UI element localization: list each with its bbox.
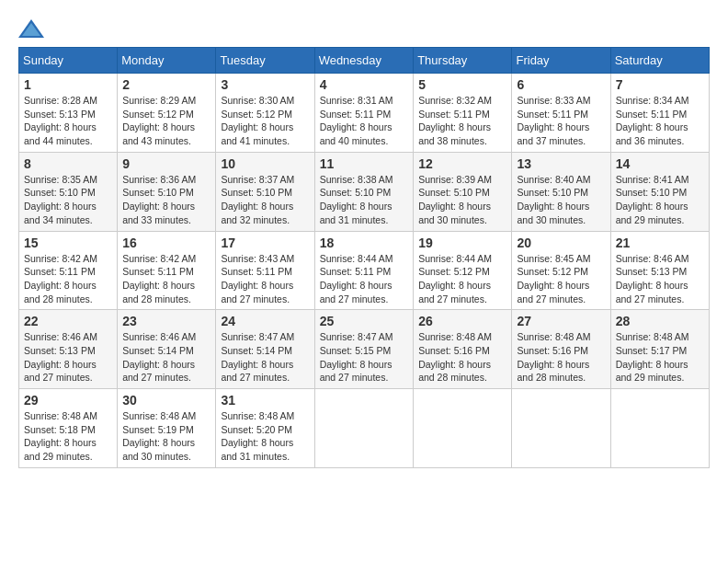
calendar-cell: 5Sunrise: 8:32 AM Sunset: 5:11 PM Daylig…: [414, 74, 512, 153]
calendar-cell: [414, 389, 512, 468]
day-number: 1: [24, 77, 112, 92]
day-info: Sunrise: 8:32 AM Sunset: 5:11 PM Dayligh…: [418, 94, 506, 148]
day-info: Sunrise: 8:33 AM Sunset: 5:11 PM Dayligh…: [517, 94, 605, 148]
calendar-cell: 30Sunrise: 8:48 AM Sunset: 5:19 PM Dayli…: [118, 389, 216, 468]
calendar-header-tuesday: Tuesday: [216, 48, 314, 74]
day-info: Sunrise: 8:31 AM Sunset: 5:11 PM Dayligh…: [320, 94, 409, 148]
day-info: Sunrise: 8:42 AM Sunset: 5:11 PM Dayligh…: [24, 252, 112, 306]
day-info: Sunrise: 8:44 AM Sunset: 5:11 PM Dayligh…: [320, 252, 409, 306]
day-number: 5: [418, 77, 506, 92]
calendar-cell: [512, 389, 610, 468]
calendar-cell: 14Sunrise: 8:41 AM Sunset: 5:10 PM Dayli…: [610, 152, 709, 231]
calendar-cell: 19Sunrise: 8:44 AM Sunset: 5:12 PM Dayli…: [414, 231, 512, 310]
calendar-week-row: 22Sunrise: 8:46 AM Sunset: 5:13 PM Dayli…: [19, 310, 710, 389]
calendar-cell: 16Sunrise: 8:42 AM Sunset: 5:11 PM Dayli…: [118, 231, 216, 310]
calendar-cell: 1Sunrise: 8:28 AM Sunset: 5:13 PM Daylig…: [19, 74, 118, 153]
day-info: Sunrise: 8:47 AM Sunset: 5:15 PM Dayligh…: [320, 330, 409, 385]
calendar-cell: 22Sunrise: 8:46 AM Sunset: 5:13 PM Dayli…: [19, 310, 118, 389]
day-info: Sunrise: 8:48 AM Sunset: 5:20 PM Dayligh…: [221, 409, 309, 464]
calendar-cell: 8Sunrise: 8:35 AM Sunset: 5:10 PM Daylig…: [19, 152, 118, 231]
day-info: Sunrise: 8:42 AM Sunset: 5:11 PM Dayligh…: [122, 252, 210, 306]
calendar-cell: 7Sunrise: 8:34 AM Sunset: 5:11 PM Daylig…: [610, 74, 709, 153]
day-number: 3: [221, 77, 309, 92]
page-header: [18, 18, 710, 38]
logo: [18, 18, 48, 38]
day-number: 15: [24, 236, 112, 250]
day-number: 30: [122, 393, 210, 408]
day-number: 10: [221, 156, 309, 171]
calendar-cell: 2Sunrise: 8:29 AM Sunset: 5:12 PM Daylig…: [118, 74, 216, 153]
calendar-cell: 4Sunrise: 8:31 AM Sunset: 5:11 PM Daylig…: [314, 74, 414, 153]
day-number: 28: [616, 314, 704, 328]
calendar-cell: 29Sunrise: 8:48 AM Sunset: 5:18 PM Dayli…: [19, 389, 118, 468]
calendar-cell: 20Sunrise: 8:45 AM Sunset: 5:12 PM Dayli…: [512, 231, 610, 310]
day-info: Sunrise: 8:48 AM Sunset: 5:19 PM Dayligh…: [122, 409, 210, 464]
day-info: Sunrise: 8:34 AM Sunset: 5:11 PM Dayligh…: [616, 94, 704, 148]
day-number: 27: [517, 314, 605, 328]
day-info: Sunrise: 8:30 AM Sunset: 5:12 PM Dayligh…: [221, 94, 309, 148]
calendar-cell: 6Sunrise: 8:33 AM Sunset: 5:11 PM Daylig…: [512, 74, 610, 153]
calendar-cell: 17Sunrise: 8:43 AM Sunset: 5:11 PM Dayli…: [216, 231, 314, 310]
day-info: Sunrise: 8:48 AM Sunset: 5:17 PM Dayligh…: [616, 330, 704, 385]
day-info: Sunrise: 8:43 AM Sunset: 5:11 PM Dayligh…: [221, 252, 309, 306]
day-info: Sunrise: 8:48 AM Sunset: 5:16 PM Dayligh…: [418, 330, 506, 385]
calendar-cell: 9Sunrise: 8:36 AM Sunset: 5:10 PM Daylig…: [118, 152, 216, 231]
day-number: 6: [517, 77, 605, 92]
calendar-cell: 21Sunrise: 8:46 AM Sunset: 5:13 PM Dayli…: [610, 231, 709, 310]
calendar-cell: 12Sunrise: 8:39 AM Sunset: 5:10 PM Dayli…: [414, 152, 512, 231]
calendar-header-saturday: Saturday: [610, 48, 709, 74]
day-number: 13: [517, 156, 605, 171]
day-info: Sunrise: 8:40 AM Sunset: 5:10 PM Dayligh…: [517, 173, 605, 227]
calendar-cell: 18Sunrise: 8:44 AM Sunset: 5:11 PM Dayli…: [314, 231, 414, 310]
day-number: 26: [418, 314, 506, 328]
day-number: 22: [24, 314, 112, 328]
day-number: 19: [418, 236, 506, 250]
calendar-cell: 3Sunrise: 8:30 AM Sunset: 5:12 PM Daylig…: [216, 74, 314, 153]
calendar-cell: 11Sunrise: 8:38 AM Sunset: 5:10 PM Dayli…: [314, 152, 414, 231]
day-number: 31: [221, 393, 309, 408]
day-number: 25: [320, 314, 409, 328]
day-number: 2: [122, 77, 210, 92]
day-info: Sunrise: 8:35 AM Sunset: 5:10 PM Dayligh…: [24, 173, 112, 227]
calendar-header-sunday: Sunday: [19, 48, 118, 74]
day-number: 7: [616, 77, 704, 92]
calendar-cell: 25Sunrise: 8:47 AM Sunset: 5:15 PM Dayli…: [314, 310, 414, 389]
day-number: 29: [24, 393, 112, 408]
calendar-week-row: 8Sunrise: 8:35 AM Sunset: 5:10 PM Daylig…: [19, 152, 710, 231]
day-number: 11: [320, 156, 409, 171]
day-info: Sunrise: 8:28 AM Sunset: 5:13 PM Dayligh…: [24, 94, 112, 148]
day-number: 8: [24, 156, 112, 171]
day-info: Sunrise: 8:36 AM Sunset: 5:10 PM Dayligh…: [122, 173, 210, 227]
day-number: 16: [122, 236, 210, 250]
calendar-cell: 10Sunrise: 8:37 AM Sunset: 5:10 PM Dayli…: [216, 152, 314, 231]
calendar-week-row: 1Sunrise: 8:28 AM Sunset: 5:13 PM Daylig…: [19, 74, 710, 153]
day-info: Sunrise: 8:39 AM Sunset: 5:10 PM Dayligh…: [418, 173, 506, 227]
calendar-cell: 26Sunrise: 8:48 AM Sunset: 5:16 PM Dayli…: [414, 310, 512, 389]
day-number: 21: [616, 236, 704, 250]
calendar-header-thursday: Thursday: [414, 48, 512, 74]
calendar-cell: 31Sunrise: 8:48 AM Sunset: 5:20 PM Dayli…: [216, 389, 314, 468]
calendar-cell: 23Sunrise: 8:46 AM Sunset: 5:14 PM Dayli…: [118, 310, 216, 389]
day-info: Sunrise: 8:29 AM Sunset: 5:12 PM Dayligh…: [122, 94, 210, 148]
day-number: 18: [320, 236, 409, 250]
day-info: Sunrise: 8:47 AM Sunset: 5:14 PM Dayligh…: [221, 330, 309, 385]
day-number: 12: [418, 156, 506, 171]
day-info: Sunrise: 8:45 AM Sunset: 5:12 PM Dayligh…: [517, 252, 605, 306]
calendar-header-friday: Friday: [512, 48, 610, 74]
calendar-cell: [610, 389, 709, 468]
calendar-cell: 24Sunrise: 8:47 AM Sunset: 5:14 PM Dayli…: [216, 310, 314, 389]
day-info: Sunrise: 8:48 AM Sunset: 5:18 PM Dayligh…: [24, 409, 112, 464]
calendar-header-wednesday: Wednesday: [314, 48, 414, 74]
calendar-cell: 28Sunrise: 8:48 AM Sunset: 5:17 PM Dayli…: [610, 310, 709, 389]
calendar-week-row: 29Sunrise: 8:48 AM Sunset: 5:18 PM Dayli…: [19, 389, 710, 468]
day-number: 14: [616, 156, 704, 171]
day-number: 20: [517, 236, 605, 250]
day-number: 9: [122, 156, 210, 171]
calendar-header-monday: Monday: [118, 48, 216, 74]
calendar-cell: 27Sunrise: 8:48 AM Sunset: 5:16 PM Dayli…: [512, 310, 610, 389]
calendar-week-row: 15Sunrise: 8:42 AM Sunset: 5:11 PM Dayli…: [19, 231, 710, 310]
day-info: Sunrise: 8:37 AM Sunset: 5:10 PM Dayligh…: [221, 173, 309, 227]
day-info: Sunrise: 8:46 AM Sunset: 5:13 PM Dayligh…: [24, 330, 112, 385]
day-info: Sunrise: 8:48 AM Sunset: 5:16 PM Dayligh…: [517, 330, 605, 385]
calendar-cell: 13Sunrise: 8:40 AM Sunset: 5:10 PM Dayli…: [512, 152, 610, 231]
